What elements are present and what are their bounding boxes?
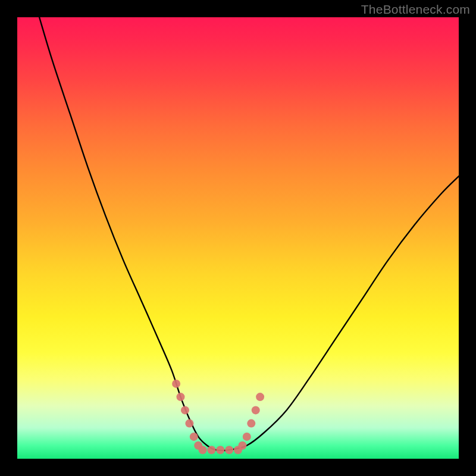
highlight-marker xyxy=(247,419,255,428)
highlight-marker xyxy=(199,446,207,454)
plot-area xyxy=(17,17,459,459)
highlight-marker xyxy=(225,446,233,454)
highlight-marker xyxy=(172,380,180,388)
curve-layer xyxy=(17,17,459,459)
highlight-marker xyxy=(177,393,185,401)
highlight-marker xyxy=(190,433,198,441)
highlight-marker xyxy=(243,433,251,441)
highlight-marker xyxy=(252,406,260,414)
highlight-marker xyxy=(185,419,193,428)
highlight-marker xyxy=(208,446,216,454)
highlight-marker xyxy=(256,393,264,401)
watermark-text: TheBottleneck.com xyxy=(361,2,470,17)
highlight-marker xyxy=(181,406,189,414)
highlight-marker xyxy=(216,446,224,454)
chart-frame: TheBottleneck.com xyxy=(0,0,476,476)
bottleneck-curve xyxy=(39,17,459,450)
highlight-marker xyxy=(238,441,246,450)
